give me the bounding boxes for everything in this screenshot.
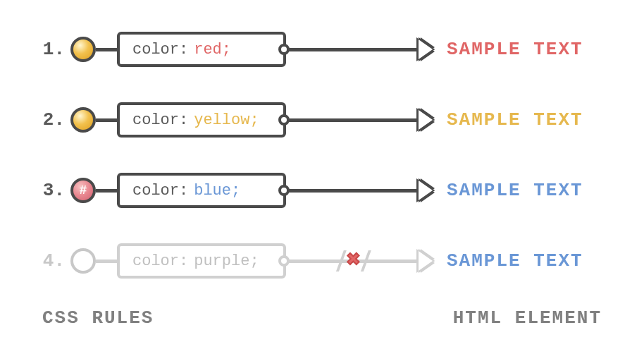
css-property: color: bbox=[132, 111, 188, 129]
selector-empty-icon bbox=[70, 248, 96, 274]
arrow-right-icon bbox=[419, 39, 433, 59]
arrow-right-icon bbox=[419, 181, 433, 200]
css-property: color: bbox=[132, 182, 188, 200]
connector-line bbox=[96, 48, 117, 51]
footer-labels: CSS RULES HTML ELEMENT bbox=[42, 307, 602, 329]
row-number: 3. bbox=[42, 180, 65, 201]
selector-id-icon: # bbox=[70, 178, 96, 203]
output-node-icon bbox=[278, 114, 290, 126]
cut-marker-icon: ✖ bbox=[340, 250, 367, 272]
sample-text: SAMPLE TEXT bbox=[447, 250, 602, 271]
rule-row: 3.#color:blue;SAMPLE TEXT bbox=[42, 169, 602, 212]
rule-row: 4.color:purple;✖SAMPLE TEXT bbox=[42, 240, 602, 282]
output-node-icon bbox=[278, 255, 290, 267]
css-value: blue; bbox=[194, 182, 240, 200]
wire bbox=[289, 189, 419, 193]
css-property: color: bbox=[132, 252, 188, 270]
css-rule-box: color:yellow; bbox=[117, 102, 286, 138]
sample-text: SAMPLE TEXT bbox=[447, 39, 602, 60]
footer-right: HTML ELEMENT bbox=[453, 307, 602, 329]
arrow-right-icon bbox=[419, 251, 433, 271]
wire bbox=[289, 118, 419, 122]
row-number: 1. bbox=[42, 39, 65, 60]
rule-row: 1.color:red;SAMPLE TEXT bbox=[42, 28, 602, 71]
rule-row: 2.color:yellow;SAMPLE TEXT bbox=[42, 99, 602, 141]
css-rule-box: color:blue; bbox=[117, 173, 286, 208]
arrow-right-icon bbox=[419, 110, 433, 130]
selector-ball-icon bbox=[70, 107, 96, 133]
output-node-icon bbox=[278, 185, 290, 196]
row-number: 2. bbox=[42, 109, 65, 130]
selector-ball-icon bbox=[70, 37, 96, 62]
css-rule-box: color:purple; bbox=[117, 243, 286, 279]
sample-text: SAMPLE TEXT bbox=[447, 109, 602, 130]
row-number: 4. bbox=[42, 250, 65, 271]
connector-line bbox=[96, 260, 117, 263]
x-icon: ✖ bbox=[347, 250, 360, 272]
footer-left: CSS RULES bbox=[42, 307, 154, 329]
sample-text: SAMPLE TEXT bbox=[447, 180, 602, 201]
css-rule-box: color:red; bbox=[117, 32, 286, 67]
css-value: purple; bbox=[194, 252, 259, 270]
connector-line bbox=[96, 189, 117, 193]
wire-blocked: ✖ bbox=[289, 260, 419, 263]
output-node-icon bbox=[278, 44, 290, 55]
wire bbox=[289, 48, 419, 51]
css-value: yellow; bbox=[194, 111, 259, 129]
connector-line bbox=[96, 118, 117, 122]
css-property: color: bbox=[132, 41, 188, 59]
css-value: red; bbox=[194, 41, 231, 59]
